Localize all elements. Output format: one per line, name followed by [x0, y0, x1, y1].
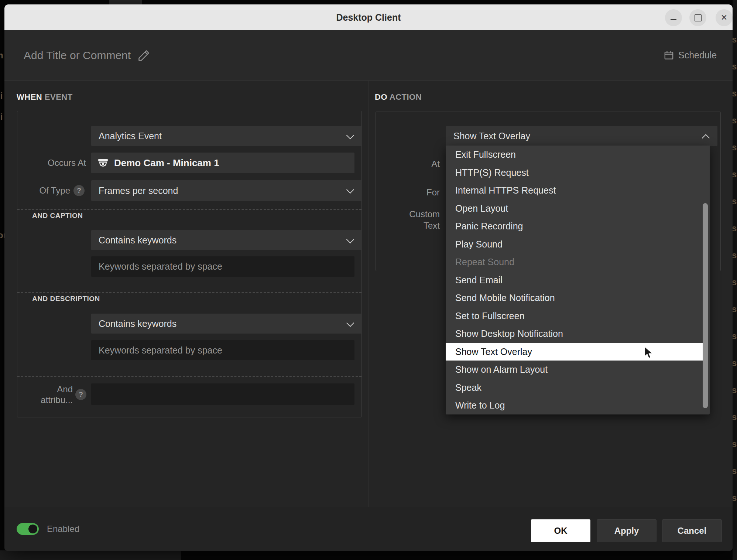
attributes-label-line1: And [17, 384, 73, 395]
custom-text-label-line1: Custom [376, 208, 440, 220]
dialog-footer: Enabled OK Apply Cancel [4, 507, 733, 551]
caption-operator-value: Contains keywords [99, 235, 176, 246]
dashed-divider [17, 209, 361, 210]
caption-keywords-input[interactable] [91, 256, 354, 277]
and-description-header: AND DESCRIPTION [32, 295, 100, 303]
titlebar[interactable]: Desktop Client ✕ [4, 4, 733, 31]
dialog-window: Desktop Client ✕ Add Title or Comment [4, 4, 733, 550]
dropdown-item-show-text-overlay[interactable]: Show Text Overlay [446, 343, 703, 361]
attributes-input[interactable] [91, 383, 354, 405]
background-text-fragment: s [733, 224, 737, 233]
description-keywords-input[interactable] [91, 340, 354, 360]
description-operator-select[interactable]: Contains keywords [91, 314, 362, 334]
action-type-select[interactable]: Show Text Overlay [446, 126, 717, 146]
when-event-header: WHEN EVENT [17, 92, 73, 102]
do-label: DO [375, 92, 387, 102]
rule-title-placeholder: Add Title or Comment [24, 49, 131, 62]
chevron-down-icon [346, 186, 354, 194]
dropdown-item-show-desktop-notification[interactable]: Show Desktop Notification [446, 325, 710, 343]
occurs-at-label: Occurs At [17, 155, 86, 171]
camera-select[interactable]: Demo Cam - Minicam 1 [91, 153, 354, 173]
enabled-toggle[interactable] [17, 523, 39, 535]
close-icon: ✕ [721, 14, 727, 22]
pencil-icon [137, 49, 151, 62]
at-label: At [376, 155, 440, 173]
dropdown-item-send-email[interactable]: Send Email [446, 271, 710, 289]
help-icon[interactable]: ? [73, 185, 85, 196]
when-label: WHEN [17, 92, 42, 102]
dropdown-item-show-on-alarm-layout[interactable]: Show on Alarm Layout [446, 361, 710, 379]
dropdown-item-panic-recording[interactable]: Panic Recording [446, 217, 710, 235]
schedule-button[interactable]: Schedule [664, 30, 717, 80]
rule-title-field[interactable]: Add Title or Comment [24, 30, 151, 80]
background-app-block-top [109, 0, 142, 4]
chevron-down-icon [346, 236, 354, 243]
custom-text-label: Custom Text [376, 208, 440, 231]
maximize-icon [695, 14, 702, 21]
dropdown-item-repeat-sound: Repeat Sound [446, 253, 710, 271]
background-text-fragment: st [733, 332, 737, 341]
action-type-value: Show Text Overlay [453, 131, 530, 141]
background-text-fragment: st [733, 494, 737, 502]
background-text-fragment: s [733, 386, 737, 395]
window-title: Desktop Client [4, 4, 733, 30]
dropdown-item-exit-fullscreen[interactable]: Exit Fullscreen [446, 146, 710, 164]
background-text-fragment: st [733, 467, 737, 475]
cancel-button[interactable]: Cancel [662, 519, 722, 542]
schedule-label: Schedule [678, 50, 717, 61]
question-mark: ? [77, 187, 81, 195]
dropdown-item-set-to-fullscreen[interactable]: Set to Fullscreen [446, 307, 710, 325]
dropdown-item-speak[interactable]: Speak [446, 379, 710, 397]
background-text-fragment: st [733, 278, 737, 287]
background-text-fragment: st [733, 35, 737, 44]
dropdown-item-open-layout[interactable]: Open Layout [446, 199, 710, 218]
maximize-button[interactable] [689, 9, 706, 26]
background-text-fragment: st [733, 305, 737, 314]
dashed-divider [17, 292, 361, 293]
action-dropdown-list: Exit FullscreenHTTP(S) RequestInternal H… [446, 146, 710, 414]
when-event-panel: Analytics Event Occurs At Demo Cam - Min… [17, 111, 362, 417]
background-text-fragment: li [0, 113, 3, 122]
dropdown-item-send-mobile-notification[interactable]: Send Mobile Notification [446, 289, 710, 307]
description-operator-value: Contains keywords [99, 318, 176, 329]
of-type-label: Of Type [17, 182, 70, 199]
background-text-fragment: st [733, 359, 737, 368]
close-button[interactable]: ✕ [716, 9, 733, 26]
event-type-value: Analytics Event [99, 131, 162, 141]
and-caption-header: AND CAPTION [32, 212, 83, 220]
of-type-value: Frames per second [99, 185, 178, 196]
background-text-fragment: st [733, 170, 737, 179]
caption-operator-select[interactable]: Contains keywords [91, 230, 362, 250]
background-text-fragment: s [733, 89, 737, 98]
background-text-fragment: n [0, 51, 3, 60]
dropdown-scrollbar-thumb[interactable] [703, 203, 708, 408]
for-label: For [376, 183, 440, 202]
background-text-fragment: li [0, 92, 3, 100]
dropdown-item-internal-https-request[interactable]: Internal HTTPS Request [446, 181, 710, 199]
dropdown-item-http-s-request[interactable]: HTTP(S) Request [446, 164, 710, 182]
ok-button[interactable]: OK [531, 519, 590, 542]
custom-text-label-line2: Text [376, 220, 440, 231]
question-mark: ? [79, 390, 83, 399]
apply-button[interactable]: Apply [597, 519, 657, 542]
dropdown-item-write-to-log[interactable]: Write to Log [446, 396, 710, 414]
chevron-down-icon [346, 319, 354, 327]
dialog-header: Add Title or Comment Schedule [4, 30, 733, 80]
calendar-icon [664, 50, 674, 60]
background-text-fragment: st [733, 62, 737, 71]
background-text-fragment: st [733, 116, 737, 125]
toggle-knob [28, 525, 37, 533]
screen: ststsstsstsssststststssststst nlilior De… [0, 0, 737, 560]
minimize-button[interactable] [665, 9, 682, 26]
background-left-strip: nlilior [0, 0, 4, 560]
dropdown-item-play-sound[interactable]: Play Sound [446, 235, 710, 253]
chevron-up-icon [702, 134, 710, 142]
background-text-fragment: s [733, 413, 737, 421]
column-divider [368, 80, 368, 507]
event-type-select[interactable]: Analytics Event [91, 126, 362, 146]
help-icon[interactable]: ? [75, 389, 86, 400]
camera-name: Demo Cam - Minicam 1 [114, 157, 219, 169]
of-type-select[interactable]: Frames per second [91, 180, 362, 201]
mouse-cursor [644, 346, 654, 361]
header-divider [4, 80, 733, 81]
